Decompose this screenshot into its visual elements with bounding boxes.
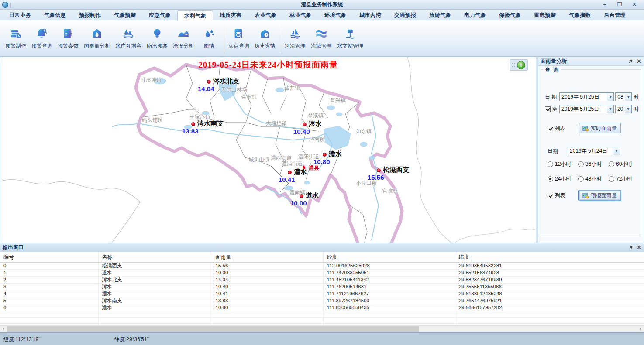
toolbar-rain-info-button[interactable]: 雨情 [196,25,222,51]
tab-电力气象[interactable]: 电力气象 [458,10,492,20]
end-date-select[interactable]: 2019年 5月25日 ▼ [559,105,614,113]
radio-60小时[interactable]: 60小时 [609,161,638,168]
panel-title: 面雨量分析 [541,58,567,65]
table-row[interactable]: 5涔水南支13.83111.39726718450329.76544769759… [0,297,644,304]
table-cell: 5 [0,297,98,304]
output-close-icon[interactable]: ✕ [637,245,641,250]
tab-应急气象[interactable]: 应急气象 [142,10,177,20]
forecast-rainfall-button[interactable]: 预报面雨量 [579,190,621,201]
tab-后台管理[interactable]: 后台管理 [597,10,632,20]
pin-icon[interactable] [628,244,633,252]
tab-城市内涝[interactable]: 城市内涝 [353,10,388,20]
tab-林业气象[interactable]: 林业气象 [283,10,318,20]
toolbar-flood-plan-button[interactable]: 防汛预案 [144,25,170,51]
forecast-rainfall-label: 预报面雨量 [591,192,617,199]
toolbar-reservoir-capacity-button[interactable]: 水库可增容 [113,25,144,51]
start-hour-select[interactable]: 08 ▼ [615,92,632,101]
tab-水利气象[interactable]: 水利气象 [177,10,213,20]
tab-交通预报[interactable]: 交通预报 [388,10,423,20]
tab-预报制作[interactable]: 预报制作 [72,10,107,20]
toolbar-button-label: 历史灾情 [255,42,276,50]
list-checkbox[interactable] [548,126,553,131]
table-row[interactable]: 6澹水10.80111.83056505043529.6666157957282 [0,304,644,311]
station-dot-icon [303,123,307,126]
tab-环境气象[interactable]: 环境气象 [318,10,353,20]
toolbar: 预警制作预警查询预警参数面雨量分析水库可增容防汛预案淹没分析雨情灾点查询历史灾情… [0,20,644,57]
map-area[interactable]: 2019-05-24日未来24小时预报面雨量 甘溪滩镇天供山林场金罗镇盐井镇复兴… [0,57,536,243]
close-icon[interactable]: ✕ [630,1,639,8]
horizontal-scrollbar[interactable]: ‹ › [0,325,644,333]
maximize-icon[interactable]: ❐ [615,1,624,8]
tab-雷电预警[interactable]: 雷电预警 [527,10,562,20]
tab-气象信息[interactable]: 气象信息 [38,10,72,20]
reservoir-capacity-icon [122,27,135,40]
tab-日常业务[interactable]: 日常业务 [3,10,38,20]
toolbar-hydrostation-mgmt-button[interactable]: 水文站管理 [334,25,366,51]
radio-24小时[interactable]: 24小时 [548,175,578,183]
column-header-编号[interactable]: 编号 [0,252,98,262]
table-cell: 涔水南支 [98,297,212,304]
radio-label: 12小时 [555,161,571,168]
toolbar-disaster-query-button[interactable]: 灾点查询 [226,25,252,51]
table-cell: 15.56 [212,262,323,269]
table-cell: 111.397267184503 [323,297,455,304]
radio-36小时[interactable]: 36小时 [578,161,609,168]
column-header-经度[interactable]: 经度 [323,252,455,262]
town-label: 官垸镇 [382,188,398,195]
end-date-value: 2019年 5月25日 [561,106,599,113]
drag-handle-icon[interactable] [512,63,516,67]
radio-icon [548,161,553,167]
status-latitude: 纬度:29°36'51" [114,336,149,343]
table-cell: 6 [0,304,98,311]
table-row[interactable]: 4澧水10.41111.71121966762729.6188012485048 [0,290,644,297]
tab-农业气象[interactable]: 农业气象 [248,10,283,20]
toolbar-warning-query-button[interactable]: 预警查询 [29,25,55,51]
toolbar-disaster-history-button[interactable]: 历史灾情 [252,25,278,51]
tab-气象预警[interactable]: 气象预警 [107,10,142,20]
chevron-down-icon: ▼ [613,147,620,155]
column-header-名称[interactable]: 名称 [98,252,212,262]
toolbar-button-label: 预警制作 [5,42,26,50]
forecast-date-select[interactable]: 2019年 5月24日 ▼ [568,147,620,155]
toolbar-button-label: 面雨量分析 [84,42,110,50]
radio-72小时[interactable]: 72小时 [609,175,638,183]
minimize-icon[interactable]: – [600,1,609,8]
table-row[interactable]: 3涔水10.40111.7620051463129.7555811355086 [0,283,644,290]
tab-地质灾害[interactable]: 地质灾害 [213,10,248,20]
end-hour-select[interactable]: 20 ▼ [615,105,632,113]
table-cell [323,311,455,317]
panel-header: 面雨量分析 ✕ [538,57,644,66]
table-row[interactable]: 1道水10.00111.74708305505129.552156374923 [0,269,644,276]
pin-icon[interactable] [628,58,633,65]
river-mgmt-icon [289,27,302,40]
tab-旅游气象[interactable]: 旅游气象 [423,10,458,20]
forecast-date-value: 2019年 5月24日 [570,147,607,155]
radio-icon [578,176,584,182]
area-rainfall-icon [90,27,103,40]
toolbar-warning-make-button[interactable]: 预警制作 [3,25,29,51]
panel-close-icon[interactable]: ✕ [637,59,641,64]
table-row[interactable] [0,311,644,317]
tab-保险气象[interactable]: 保险气象 [492,10,527,20]
start-date-select[interactable]: 2019年 5月25日 ▼ [559,92,614,101]
scrollbar-thumb[interactable] [7,326,419,333]
toolbar-warning-params-button[interactable]: 预警参数 [55,25,81,51]
tab-气象指数[interactable]: 气象指数 [562,10,597,20]
toolbar-river-mgmt-button[interactable]: 河流管理 [282,25,308,51]
toolbar-basin-mgmt-button[interactable]: 流域管理 [308,25,334,51]
column-header-纬度[interactable]: 纬度 [455,252,644,262]
forecast-list-checkbox[interactable] [548,193,553,198]
radio-12小时[interactable]: 12小时 [548,161,578,168]
table-row[interactable]: 2涔水北支14.04111.45210541134229.88234767169… [0,276,644,283]
chevron-down-icon: ▼ [607,105,613,113]
realtime-rainfall-button[interactable]: 实时面雨量 [579,123,621,133]
table-row[interactable] [0,317,644,323]
table-row[interactable]: 0松滋西支15.56112.00162562502829.61935495322… [0,262,644,269]
radio-48小时[interactable]: 48小时 [578,175,609,183]
column-header-面雨量[interactable]: 面雨量 [212,252,323,262]
hydrostation-mgmt-icon [344,27,357,40]
to-checkbox[interactable] [545,106,551,112]
toolbar-inundation-analysis-button[interactable]: 淹没分析 [170,25,196,51]
toolbar-area-rainfall-button[interactable]: 面雨量分析 [81,25,113,51]
map-add-button[interactable]: + [517,61,525,69]
